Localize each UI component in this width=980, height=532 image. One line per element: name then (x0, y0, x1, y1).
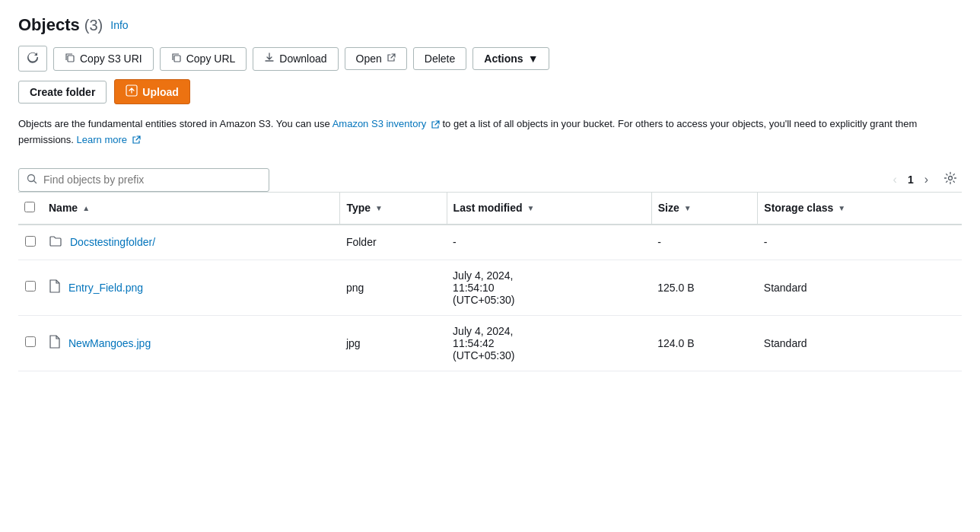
next-page-button[interactable]: › (920, 171, 933, 188)
s3-inventory-link[interactable]: Amazon S3 inventory (332, 118, 443, 129)
refresh-button[interactable] (18, 46, 47, 72)
file-icon (49, 335, 61, 351)
table-row: NewMangoes.jpgjpgJuly 4, 2024,11:54:42(U… (18, 315, 962, 371)
row-checkbox-cell[interactable] (18, 260, 43, 315)
search-bar[interactable] (18, 168, 269, 192)
svg-rect-1 (174, 56, 180, 62)
search-input[interactable] (43, 174, 261, 186)
row-type-cell: png (340, 260, 447, 315)
download-button[interactable]: Download (253, 47, 338, 71)
download-icon (264, 53, 275, 65)
file-icon (49, 279, 61, 295)
copy-s3-uri-button[interactable]: Copy S3 URI (53, 47, 154, 71)
row-type-cell: jpg (340, 315, 447, 371)
row-checkbox-0[interactable] (25, 236, 36, 247)
copy-icon (65, 53, 75, 65)
col-last-modified[interactable]: Last modified ▼ (447, 192, 651, 225)
select-all-header[interactable] (18, 192, 43, 225)
row-storage-cell: - (758, 225, 962, 260)
col-size[interactable]: Size ▼ (651, 192, 758, 225)
copy-url-button[interactable]: Copy URL (160, 47, 247, 71)
row-modified-cell: July 4, 2024,11:54:42(UTC+05:30) (447, 315, 651, 371)
objects-table: Name ▲ Type ▼ Last modified ▼ Size (18, 192, 962, 371)
description-text: Objects are the fundamental entities sto… (18, 116, 962, 148)
row-name-link-0[interactable]: Docstestingfolder/ (70, 236, 155, 248)
row-name-link-2[interactable]: NewMangoes.jpg (68, 337, 151, 349)
row-size-cell: 125.0 B (651, 260, 758, 315)
row-name-cell: Docstestingfolder/ (43, 225, 340, 260)
sort-size-icon: ▼ (684, 204, 692, 212)
table-controls: ‹ 1 › (18, 162, 962, 192)
row-checkbox-2[interactable] (25, 336, 36, 347)
page-title: Objects (3) (18, 15, 103, 35)
upload-button[interactable]: Upload (114, 79, 189, 104)
delete-button[interactable]: Delete (413, 47, 466, 70)
actions-chevron-icon: ▼ (528, 53, 539, 65)
sort-storage-icon: ▼ (838, 204, 845, 212)
row-type-cell: Folder (340, 225, 447, 260)
create-folder-button[interactable]: Create folder (18, 81, 107, 104)
folder-icon (49, 234, 62, 250)
row-name-link-1[interactable]: Entry_Field.png (68, 282, 143, 294)
copy-url-icon (171, 53, 182, 65)
sort-type-icon: ▼ (375, 204, 383, 212)
svg-rect-0 (68, 56, 74, 62)
row-name-cell: NewMangoes.jpg (43, 315, 340, 371)
row-checkbox-1[interactable] (25, 281, 36, 291)
table-row: Entry_Field.pngpngJuly 4, 2024,11:54:10(… (18, 260, 962, 315)
second-toolbar: Create folder Upload (18, 79, 962, 104)
prev-page-button[interactable]: ‹ (889, 171, 902, 188)
row-size-cell: - (651, 225, 758, 260)
learn-more-link[interactable]: Learn more (77, 134, 141, 145)
upload-icon (126, 84, 138, 99)
row-storage-cell: Standard (758, 260, 962, 315)
actions-button[interactable]: Actions ▼ (473, 47, 549, 70)
table-row: Docstestingfolder/Folder--- (18, 225, 962, 260)
row-checkbox-cell[interactable] (18, 225, 43, 260)
row-checkbox-cell[interactable] (18, 315, 43, 371)
table-settings-button[interactable] (939, 170, 962, 190)
col-type[interactable]: Type ▼ (340, 192, 447, 225)
row-modified-cell: - (447, 225, 651, 260)
search-icon (27, 174, 37, 186)
external-link-icon (387, 53, 396, 65)
row-modified-cell: July 4, 2024,11:54:10(UTC+05:30) (447, 260, 651, 315)
pagination: ‹ 1 › (889, 170, 962, 190)
select-all-checkbox[interactable] (24, 202, 35, 212)
toolbar: Copy S3 URI Copy URL Download Open Delet… (18, 46, 962, 72)
open-button[interactable]: Open (345, 47, 407, 70)
col-storage-class[interactable]: Storage class ▼ (758, 192, 962, 225)
row-name-cell: Entry_Field.png (43, 260, 340, 315)
col-name[interactable]: Name ▲ (43, 192, 340, 225)
objects-header: Objects (3) Info (18, 15, 962, 35)
row-storage-cell: Standard (758, 315, 962, 371)
info-link[interactable]: Info (110, 19, 128, 31)
page-number: 1 (908, 174, 914, 186)
refresh-icon (27, 51, 39, 66)
row-size-cell: 124.0 B (651, 315, 758, 371)
sort-modified-icon: ▼ (527, 204, 535, 212)
sort-asc-icon: ▲ (82, 204, 90, 212)
svg-point-4 (949, 176, 953, 180)
